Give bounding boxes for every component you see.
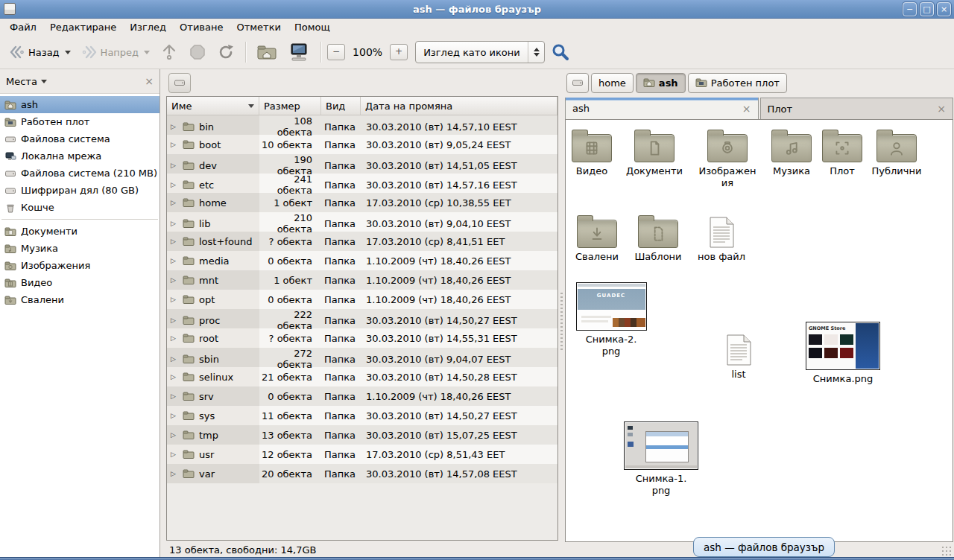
minimize-button[interactable]: − — [903, 2, 917, 16]
table-row[interactable]: ▷boot10 обектаПапка30.03.2010 (вт) 9,05,… — [167, 135, 557, 154]
sidebar-mode-caret[interactable] — [41, 80, 47, 83]
expander-icon[interactable]: ▷ — [171, 162, 178, 169]
back-history-caret[interactable] — [65, 51, 71, 54]
splitter-grip[interactable] — [560, 293, 563, 352]
column-header-1[interactable]: Размер — [259, 97, 321, 115]
table-row[interactable]: ▷var20 обектаПапка30.03.2010 (вт) 14,57,… — [167, 464, 557, 483]
sidebar-item-Изображения[interactable]: Изображения — [0, 257, 159, 274]
table-row[interactable]: ▷bin108 обектаПапка30.03.2010 (вт) 14,57… — [167, 115, 557, 135]
sidebar-item-ash[interactable]: ash — [0, 96, 159, 113]
tab-ash[interactable]: ash× — [565, 98, 759, 119]
close-button[interactable]: × — [937, 2, 951, 16]
expander-icon[interactable]: ▷ — [171, 199, 178, 206]
expander-icon[interactable]: ▷ — [171, 141, 178, 148]
sidebar-item-Файлова система[interactable]: Файлова система — [0, 130, 159, 147]
sidebar-item-Локална мрежа[interactable]: Локална мрежа — [0, 147, 159, 165]
tab-close-icon[interactable]: × — [937, 103, 946, 115]
home-button[interactable] — [252, 40, 282, 64]
path-button-Работен плот[interactable]: Работен плот — [688, 73, 787, 93]
table-row[interactable]: ▷lib210 обектаПапка30.03.2010 (вт) 9,04,… — [167, 212, 557, 232]
root-location-button[interactable] — [168, 73, 191, 93]
icon-item-нов-файл[interactable]: нов файл — [684, 214, 759, 263]
table-row[interactable]: ▷home1 обектПапка17.03.2010 (ср) 10,38,5… — [167, 193, 557, 212]
zoom-in-button[interactable]: + — [390, 44, 408, 60]
sidebar-item-Файлова система (210 MB)[interactable]: Файлова система (210 MB) — [0, 165, 159, 182]
sidebar-item-Документи[interactable]: Документи — [0, 223, 159, 240]
menu-1[interactable]: Редактиране — [43, 19, 123, 35]
search-button[interactable] — [546, 39, 575, 65]
expander-icon[interactable]: ▷ — [171, 276, 178, 284]
menu-3[interactable]: Отиване — [173, 19, 230, 35]
up-button[interactable] — [156, 40, 183, 64]
table-row[interactable]: ▷mnt1 обектПапка1.10.2009 (чт) 18,40,26 … — [167, 270, 557, 290]
icon-item-Документи[interactable]: Документи — [617, 129, 692, 177]
expander-icon[interactable]: ▷ — [171, 373, 178, 381]
table-row[interactable]: ▷srv0 обектаПапка1.10.2009 (чт) 18,40,26… — [167, 386, 557, 406]
table-row[interactable]: ▷media0 обектаПапка1.10.2009 (чт) 18,40,… — [167, 251, 557, 270]
expander-icon[interactable]: ▷ — [171, 451, 178, 458]
expander-icon[interactable]: ▷ — [171, 296, 178, 303]
path-button-ash[interactable]: ash — [636, 73, 686, 93]
forward-button[interactable]: Напред — [77, 42, 154, 63]
table-row[interactable]: ▷lost+found? обектаПапка17.03.2010 (ср) … — [167, 232, 557, 251]
icon-item-Изображен-ия[interactable]: Изображен ия — [690, 129, 765, 190]
path-button-home[interactable]: home — [591, 73, 634, 93]
table-row[interactable]: ▷dev190 обектаПапка30.03.2010 (вт) 14,51… — [167, 154, 557, 174]
icon-item-list[interactable]: list — [701, 332, 776, 381]
table-row[interactable]: ▷tmp13 обектаПапка30.03.2010 (вт) 15,07,… — [167, 425, 557, 445]
menu-5[interactable]: Помощ — [288, 19, 337, 35]
maximize-button[interactable]: □ — [920, 2, 934, 16]
table-row[interactable]: ▷usr12 обектаПапка17.03.2010 (ср) 8,51,4… — [167, 445, 557, 464]
expander-icon[interactable]: ▷ — [171, 238, 178, 245]
expander-icon[interactable]: ▷ — [171, 181, 178, 188]
pane-splitter[interactable] — [559, 69, 564, 557]
expander-icon[interactable]: ▷ — [171, 257, 178, 264]
menu-4[interactable]: Отметки — [230, 19, 287, 35]
sidebar-item-Видео[interactable]: Видео — [0, 274, 159, 291]
expander-icon[interactable]: ▷ — [171, 431, 178, 439]
table-row[interactable]: ▷proc222 обектаПапка30.03.2010 (вт) 14,5… — [167, 309, 557, 328]
view-mode-spinner[interactable] — [528, 42, 544, 63]
icon-item-Снимка.png[interactable]: GNOME StoreСнимка.png — [806, 322, 880, 385]
folder-icon — [876, 134, 917, 162]
icon-item-Снимка-2.-png[interactable]: GUADECСнимка-2. png — [574, 282, 648, 358]
column-header-3[interactable]: Дата на промяна — [361, 97, 557, 115]
menu-0[interactable]: Файл — [3, 19, 43, 35]
table-row[interactable]: ▷etc241 обектаПапка30.03.2010 (вт) 14,57… — [167, 174, 557, 193]
table-row[interactable]: ▷selinux21 обектаПапка30.03.2010 (вт) 14… — [167, 367, 557, 386]
expander-icon[interactable]: ▷ — [171, 220, 178, 227]
expander-icon[interactable]: ▷ — [171, 316, 178, 324]
computer-button[interactable] — [283, 39, 315, 65]
view-mode-select[interactable]: Изглед като икони — [415, 41, 545, 63]
table-row[interactable]: ▷opt0 обектаПапка1.10.2009 (чт) 18,40,26… — [167, 290, 557, 309]
table-row[interactable]: ▷sbin272 обектаПапка30.03.2010 (вт) 9,04… — [167, 348, 557, 367]
sidebar-item-Шифриран дял (80 GB)[interactable]: Шифриран дял (80 GB) — [0, 182, 159, 199]
stop-button[interactable] — [184, 40, 211, 64]
sidebar-item-Музика[interactable]: Музика — [0, 240, 159, 257]
table-row[interactable]: ▷sys11 обектаПапка30.03.2010 (вт) 14,50,… — [167, 406, 557, 425]
expander-icon[interactable]: ▷ — [171, 123, 178, 130]
icon-item-Публични[interactable]: Публични — [859, 129, 934, 177]
table-row[interactable]: ▷root? обектаПапка30.03.2010 (вт) 14,55,… — [167, 328, 557, 348]
icon-item-Снимка-1.-png[interactable]: Снимка-1. png — [624, 421, 698, 497]
sidebar-item-Свалени[interactable]: Свалени — [0, 291, 159, 308]
menu-2[interactable]: Изглед — [123, 19, 173, 35]
column-header-0[interactable]: Име — [167, 97, 259, 115]
back-button[interactable]: Назад — [4, 42, 75, 63]
expander-icon[interactable]: ▷ — [171, 412, 178, 419]
expander-icon[interactable]: ▷ — [171, 392, 178, 400]
column-header-2[interactable]: Вид — [321, 97, 361, 115]
expander-icon[interactable]: ▷ — [171, 334, 178, 342]
expander-icon[interactable]: ▷ — [171, 355, 178, 363]
forward-history-caret[interactable] — [144, 51, 150, 54]
zoom-out-button[interactable]: − — [327, 44, 345, 60]
reload-button[interactable] — [212, 40, 239, 64]
resize-grip[interactable] — [941, 546, 952, 556]
tab-Плот[interactable]: Плот× — [760, 98, 954, 119]
sidebar-close-icon[interactable]: × — [145, 75, 154, 87]
sidebar-item-Работен плот[interactable]: Работен плот — [0, 113, 159, 130]
tab-close-icon[interactable]: × — [742, 103, 751, 115]
expander-icon[interactable]: ▷ — [171, 470, 178, 477]
sidebar-item-Кошче[interactable]: Кошче — [0, 199, 159, 216]
path-button-root[interactable] — [566, 73, 589, 93]
